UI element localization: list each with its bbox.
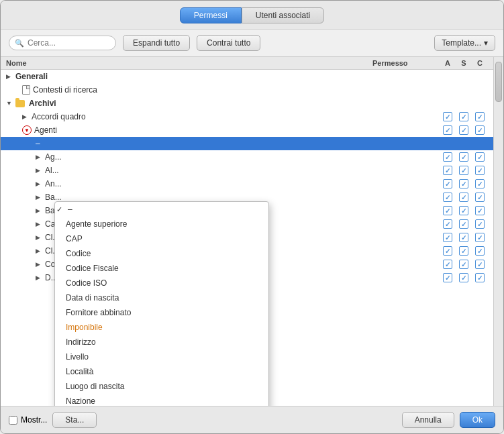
tree-triangle[interactable] bbox=[6, 100, 13, 107]
row-label: Al... bbox=[45, 166, 59, 175]
checkbox[interactable] bbox=[443, 219, 452, 229]
dropdown-item[interactable]: – bbox=[55, 202, 268, 217]
checkbox[interactable] bbox=[443, 193, 452, 202]
row-label: Agenti bbox=[34, 125, 57, 135]
checkbox[interactable] bbox=[459, 260, 468, 269]
dropdown-item[interactable]: Luogo di nascita bbox=[55, 379, 268, 394]
tree-triangle[interactable] bbox=[36, 221, 42, 227]
checkbox[interactable] bbox=[459, 112, 468, 121]
dropdown-item[interactable]: Data di nascita bbox=[55, 290, 268, 305]
checkbox[interactable] bbox=[475, 273, 485, 282]
dropdown-item-label: Località bbox=[66, 367, 93, 376]
dropdown-item-label: Livello bbox=[66, 352, 89, 362]
checkbox[interactable] bbox=[443, 233, 452, 242]
tab-permessi[interactable]: Permessi bbox=[180, 7, 242, 23]
checkbox[interactable] bbox=[475, 166, 485, 175]
checkbox[interactable] bbox=[443, 260, 452, 269]
checkbox[interactable] bbox=[459, 193, 468, 202]
dropdown-item[interactable]: Indirizzo bbox=[55, 335, 268, 349]
checkbox[interactable] bbox=[459, 179, 468, 188]
table-row[interactable]: Contesti di ricerca bbox=[1, 83, 493, 97]
checkbox[interactable] bbox=[459, 206, 468, 215]
table-header: Nome Permesso A S C bbox=[1, 57, 493, 70]
table-row[interactable]: An... bbox=[1, 177, 493, 191]
checkbox[interactable] bbox=[475, 125, 485, 135]
show-checkbox[interactable] bbox=[9, 416, 17, 425]
col-permesso: Permesso bbox=[372, 59, 440, 67]
scrollbar[interactable] bbox=[493, 57, 503, 406]
tree-triangle[interactable] bbox=[36, 154, 42, 160]
checkbox[interactable] bbox=[459, 166, 468, 175]
cancel-button[interactable]: Annulla bbox=[402, 412, 454, 428]
checkbox-s[interactable] bbox=[456, 112, 472, 121]
tree-triangle[interactable] bbox=[36, 180, 42, 187]
table-row[interactable]: Generali bbox=[1, 70, 493, 83]
tree-triangle[interactable] bbox=[36, 248, 42, 254]
row-label: Archivi bbox=[29, 99, 56, 108]
checkbox-a[interactable] bbox=[440, 112, 456, 121]
tree-triangle[interactable] bbox=[36, 194, 42, 201]
scroll-track[interactable] bbox=[495, 58, 502, 404]
tree-triangle[interactable] bbox=[22, 113, 29, 120]
dropdown-item[interactable]: Nazione bbox=[55, 394, 268, 406]
table-row-selected[interactable]: – bbox=[1, 137, 493, 150]
tree-triangle-circle[interactable] bbox=[22, 125, 32, 135]
checkbox[interactable] bbox=[459, 273, 468, 282]
table-row[interactable]: Ag... bbox=[1, 150, 493, 164]
scroll-thumb[interactable] bbox=[495, 62, 502, 102]
checkbox[interactable] bbox=[475, 219, 485, 229]
checkbox[interactable] bbox=[475, 246, 485, 256]
checkbox[interactable] bbox=[443, 166, 452, 175]
checkbox[interactable] bbox=[443, 273, 452, 282]
tree-triangle[interactable] bbox=[36, 234, 42, 241]
checkbox[interactable] bbox=[459, 219, 468, 229]
checkbox[interactable] bbox=[475, 233, 485, 242]
expand-all-button[interactable]: Espandi tutto bbox=[123, 35, 190, 51]
tree-triangle[interactable] bbox=[36, 261, 42, 268]
template-button[interactable]: Template... ▾ bbox=[434, 35, 495, 51]
dropdown-item[interactable]: Codice bbox=[55, 246, 268, 261]
standby-button[interactable]: Sta... bbox=[52, 412, 97, 428]
checkbox[interactable] bbox=[459, 246, 468, 256]
dropdown-item-label: – bbox=[68, 205, 72, 214]
dropdown-menu: – Agente superiore CAP Codice Codice Fis… bbox=[54, 201, 269, 406]
checkbox[interactable] bbox=[459, 233, 468, 242]
dropdown-item-label: Codice bbox=[66, 249, 91, 258]
checkbox[interactable] bbox=[459, 125, 468, 135]
checkbox[interactable] bbox=[475, 112, 485, 121]
checkbox[interactable] bbox=[475, 152, 485, 162]
checkbox[interactable] bbox=[475, 260, 485, 269]
table-row[interactable]: Archivi bbox=[1, 97, 493, 110]
col-nome: Nome bbox=[6, 59, 372, 67]
table-row[interactable]: Agenti bbox=[1, 123, 493, 137]
dropdown-item[interactable]: CAP bbox=[55, 231, 268, 246]
checkbox[interactable] bbox=[443, 246, 452, 256]
checkbox[interactable] bbox=[459, 152, 468, 162]
tree-triangle[interactable] bbox=[6, 73, 13, 80]
checkbox-c[interactable] bbox=[472, 112, 488, 121]
checkbox[interactable] bbox=[443, 206, 452, 215]
dropdown-item[interactable]: Fornitore abbinato bbox=[55, 305, 268, 320]
search-input[interactable] bbox=[28, 38, 108, 48]
checkbox[interactable] bbox=[443, 112, 452, 121]
table-row[interactable]: Al... bbox=[1, 164, 493, 177]
dropdown-item[interactable]: Agente superiore bbox=[55, 217, 268, 231]
checkbox[interactable] bbox=[475, 193, 485, 202]
checkbox[interactable] bbox=[443, 152, 452, 162]
checkbox[interactable] bbox=[443, 125, 452, 135]
dropdown-item[interactable]: Livello bbox=[55, 349, 268, 364]
table-row[interactable]: Accordi quadro bbox=[1, 110, 493, 123]
checkbox[interactable] bbox=[443, 179, 452, 188]
tree-triangle[interactable] bbox=[36, 167, 42, 174]
dropdown-item[interactable]: Codice Fiscale bbox=[55, 261, 268, 276]
checkbox[interactable] bbox=[475, 206, 485, 215]
tree-triangle[interactable] bbox=[36, 207, 42, 214]
dropdown-item[interactable]: Codice ISO bbox=[55, 276, 268, 290]
dropdown-item[interactable]: Località bbox=[55, 364, 268, 379]
collapse-all-button[interactable]: Contrai tutto bbox=[197, 35, 260, 51]
ok-button[interactable]: Ok bbox=[460, 412, 495, 428]
dropdown-item[interactable]: Imponibile bbox=[55, 320, 268, 335]
tree-triangle[interactable] bbox=[36, 274, 42, 281]
checkbox[interactable] bbox=[475, 179, 485, 188]
tab-utenti[interactable]: Utenti associati bbox=[242, 7, 324, 23]
